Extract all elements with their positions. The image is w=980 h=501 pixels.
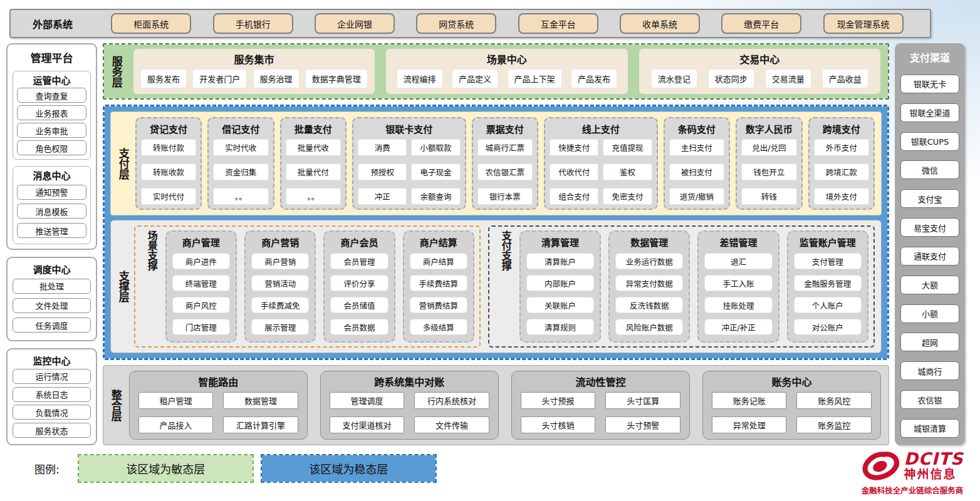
payment-category-title: 票据支付 [477, 122, 533, 135]
support-item-box: 异常支付数据 [615, 275, 683, 291]
payment-category-title: 借记支付 [213, 122, 268, 135]
payment-item-box: 实时代收 [213, 139, 268, 156]
integration-item-box: 异常处理 [712, 416, 787, 433]
payment-item-box: 转钱 [741, 188, 796, 205]
monitoring-center-box: 监控中心 运行情况 系统日志 负载情况 服务状态 [6, 348, 97, 445]
support-item-box: 会员管理 [330, 253, 388, 269]
management-group-items: 查询查复 业务报表 业务审批 角色权限 [17, 86, 86, 155]
payment-item-box: 。。 [286, 188, 341, 205]
payment-category-items: 快捷支付 充值提现 代收代付 鉴权 组合支付 [550, 139, 652, 205]
payment-item-box: 被扫支付 [669, 163, 724, 180]
support-item-box: 风险账户数据 [615, 319, 683, 335]
payment-channel-box: 城银清算 [900, 419, 959, 438]
integration-item-box: 管理调度 [330, 392, 405, 409]
management-group: 消息中心 通知预警 消息模板 推送管理 [13, 166, 91, 244]
integration-group: 智能路由 租户管理 数据管理 产品接入 汇路计算引擎 [129, 371, 308, 440]
support-item-box: 手续费减免 [251, 297, 309, 313]
payment-channel-box: 小额 [900, 304, 959, 323]
payment-item-box: 。。 [213, 188, 268, 205]
support-zone-columns: 清算管理 清算账户 内部账户 [519, 230, 868, 343]
payment-item-box: 农信银汇票 [477, 163, 533, 180]
payment-category-items: 实时代收 资金归集 。。 [213, 139, 268, 205]
payment-category: 批量支付 批量代收 批量代付 。。 [280, 117, 347, 210]
support-zone-columns: 商户管理 商户进件 终端管理 [165, 230, 474, 343]
scheduling-center-box: 调度中心 批处理 文件处理 任务调度 [6, 257, 97, 341]
integration-group-title: 账务中心 [712, 374, 872, 389]
payment-category-items: 批量代收 批量代付 。。 [286, 139, 341, 205]
integration-item-box: 产品接入 [138, 416, 214, 433]
service-item-box: 交易流量 [765, 69, 811, 88]
payment-item-box: 冲正 [358, 188, 407, 205]
support-category-title: 数据管理 [615, 235, 683, 249]
support-item-box: 关联账户 [526, 297, 594, 313]
management-group-title: 运管中心 [17, 73, 86, 86]
integration-groups: 智能路由 租户管理 数据管理 产品接入 汇路计算引擎 [129, 371, 881, 440]
brand-logo: DCITS 神州信息 金融科技全产业链综合服务商 [855, 449, 970, 496]
payment-item-box: 小额取款 [411, 139, 460, 156]
support-item-box: 评价分享 [330, 275, 388, 291]
legend-items: 该区域为敏态层 该区域为稳态层 [78, 454, 437, 483]
payment-item-box: 余额查询 [411, 188, 460, 205]
service-groups: 服务集市 服务发布 开发者门户 服务治理 数据字典管理 [133, 49, 880, 94]
support-category: 商户管理 商户进件 终端管理 [165, 230, 237, 343]
payment-item-box: 资金归集 [213, 163, 268, 180]
payment-category-items: 外币支付 跨境汇款 境外支付 [814, 139, 869, 205]
service-layer: 服务层 服务集市 服务发布 开发者门户 [103, 43, 889, 100]
support-item-box: 支付管理 [794, 253, 862, 269]
integration-group-items: 账务记账 账务风控 异常处理 账务监控 [712, 392, 872, 433]
stable-layer-wrapper: 支付层 贷记支付 转账付款 转账收款 [103, 105, 889, 360]
integration-group: 流动性管控 头寸预报 头寸匡算 头寸核销 头寸预警 [511, 371, 690, 440]
integration-item-box: 文件传输 [414, 416, 489, 433]
support-item-box: 挂账处理 [704, 297, 772, 313]
support-category: 商户营销 商户营销 营销活动 [244, 230, 316, 343]
external-system-box: 互金平台 [518, 13, 598, 34]
payment-category: 条码支付 主扫支付 被扫支付 退货/撤销 [664, 117, 730, 210]
payment-item-box: 外币支付 [814, 139, 869, 156]
support-category-items: 商户结算 手续费结算 营销费结算 多级结算 [410, 250, 467, 338]
external-system-box: 收单系统 [620, 13, 700, 34]
management-platform-panel: 管理平台 运管中心 查询查复 业务报表 [6, 43, 97, 445]
payment-channel-box: 支付宝 [900, 189, 959, 208]
legend-label: 图例: [34, 461, 60, 477]
payment-category-items: 城商行汇票 农信银汇票 银行本票 [477, 139, 533, 205]
management-group-title: 监控中心 [13, 354, 91, 367]
management-item-box: 推送管理 [17, 223, 86, 238]
support-item-box: 退汇 [704, 253, 772, 269]
service-item-box: 服务发布 [140, 69, 187, 88]
support-item-box: 会员数据 [330, 319, 388, 335]
payment-category-items: 兑出/兑回 钱包开立 转钱 [741, 139, 796, 205]
payment-category: 银联卡支付 消费 小额取款 预授权 [352, 117, 466, 210]
support-item-box: 业务运行数据 [615, 253, 683, 269]
external-system-box: 缴费平台 [721, 13, 801, 34]
service-item-box: 数据字典管理 [305, 69, 368, 88]
management-item-box: 运行情况 [13, 369, 91, 384]
management-item-box: 通知预警 [17, 185, 86, 200]
payment-channel-box: 易宝支付 [900, 218, 959, 237]
integration-item-box: 头寸预警 [605, 416, 680, 433]
management-group-items: 运行情况 系统日志 负载情况 服务状态 [13, 367, 91, 438]
external-systems-bar: 外部系统 柜面系统 手机银行 企业网银 网贷系统 互金平台 收单系统 缴费平台 … [9, 9, 931, 38]
support-category-title: 商户营销 [251, 235, 309, 249]
payment-channel-box: 通联支付 [900, 247, 959, 266]
payment-item-box: 退货/撤销 [669, 188, 724, 205]
integration-group: 账务中心 账务记账 账务风控 异常处理 账务监控 [702, 371, 881, 440]
payment-channel-box: 城商行 [900, 361, 959, 380]
integration-item-box: 支付渠道核对 [330, 416, 405, 433]
payment-category-title: 数字人民币 [741, 122, 796, 135]
payment-category-title: 贷记支付 [141, 122, 196, 135]
payment-category-items: 转账付款 转账收款 实时代付 [141, 139, 196, 205]
support-category: 监管账户管理 支付管理 金融服务管理 [787, 230, 868, 343]
integration-group-items: 租户管理 数据管理 产品接入 汇路计算引擎 [138, 392, 298, 433]
payment-category: 线上支付 快捷支付 充值提现 代收代付 [544, 117, 658, 210]
support-item-box: 对公账户 [794, 319, 862, 335]
legend: 图例: 该区域为敏态层 该区域为稳态层 [34, 454, 980, 483]
service-group: 场景中心 流程编排 产品定义 产品上下架 产品发布 [386, 49, 627, 94]
integration-group-items: 管理调度 行内系统核对 支付渠道核对 文件传输 [330, 392, 489, 433]
management-item-box: 服务状态 [13, 423, 91, 438]
support-category-items: 商户进件 终端管理 商户风控 门店管理 [172, 250, 230, 338]
integration-item-box: 租户管理 [138, 392, 214, 409]
support-category-title: 商户管理 [172, 235, 230, 249]
payment-category: 票据支付 城商行汇票 农信银汇票 银行本票 [472, 117, 538, 210]
external-system-box: 网贷系统 [416, 13, 496, 34]
payment-category: 借记支付 实时代收 资金归集 。。 [207, 117, 274, 210]
